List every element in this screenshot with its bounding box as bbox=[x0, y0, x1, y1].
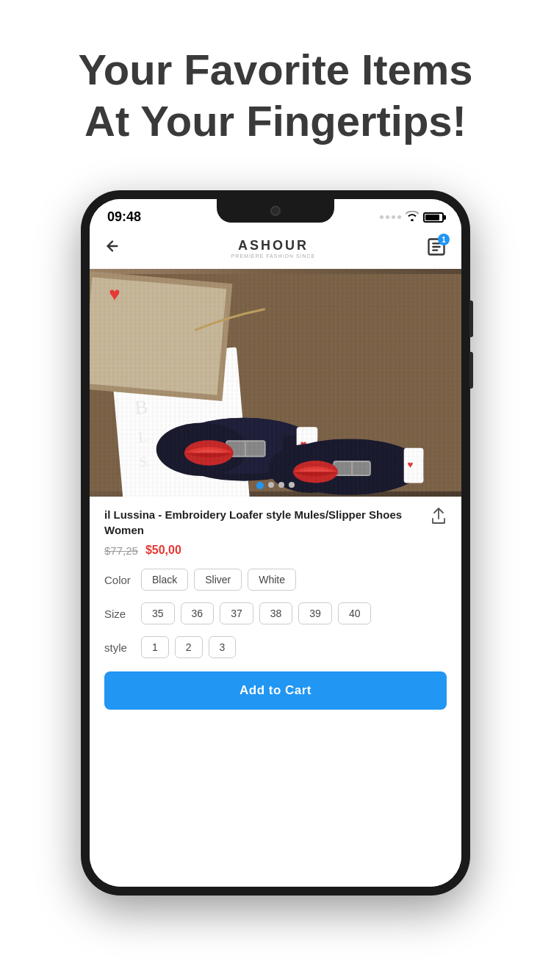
price-row: $77,25 $50,00 bbox=[104, 544, 447, 557]
cart-button[interactable]: 1 bbox=[426, 237, 447, 260]
color-chip-black[interactable]: Black bbox=[141, 569, 188, 591]
cart-badge: 1 bbox=[438, 234, 450, 245]
image-dot-3[interactable] bbox=[278, 482, 284, 488]
product-title: il Lussina - Embroidery Loafer style Mul… bbox=[104, 507, 431, 538]
size-label: Size bbox=[104, 608, 134, 620]
style-chip-3[interactable]: 3 bbox=[209, 636, 237, 658]
image-dots bbox=[256, 482, 295, 489]
color-chip-white[interactable]: White bbox=[248, 569, 296, 591]
style-label: style bbox=[104, 641, 134, 654]
size-chip-35[interactable]: 35 bbox=[141, 602, 175, 624]
product-image: B L S bbox=[90, 269, 461, 497]
status-time: 09:48 bbox=[107, 209, 141, 225]
battery-icon bbox=[423, 212, 444, 223]
app-header: ASHOUR PREMIÈRE FASHION SINCE 1 bbox=[90, 231, 461, 269]
style-option-row: style 1 2 3 bbox=[104, 636, 447, 658]
wishlist-button[interactable]: ♥ bbox=[101, 281, 128, 307]
add-to-cart-button[interactable]: Add to Cart bbox=[104, 671, 447, 710]
style-chip-2[interactable]: 2 bbox=[175, 636, 203, 658]
color-label: Color bbox=[104, 574, 134, 586]
size-chip-40[interactable]: 40 bbox=[338, 602, 372, 624]
size-chip-37[interactable]: 37 bbox=[220, 602, 253, 624]
size-chip-39[interactable]: 39 bbox=[298, 602, 332, 624]
hero-section: Your Favorite Items At Your Fingertips! bbox=[0, 0, 551, 176]
product-info: il Lussina - Embroidery Loafer style Mul… bbox=[90, 497, 461, 887]
brand-logo: ASHOUR PREMIÈRE FASHION SINCE bbox=[231, 238, 316, 259]
phone-mockup: 09:48 bbox=[0, 176, 551, 896]
size-chips: 35 36 37 38 39 40 bbox=[141, 602, 371, 624]
volume-up-button bbox=[469, 300, 473, 337]
phone-notch bbox=[217, 199, 334, 223]
share-button[interactable] bbox=[431, 507, 447, 529]
color-chip-sliver[interactable]: Sliver bbox=[194, 569, 242, 591]
size-chip-36[interactable]: 36 bbox=[181, 602, 215, 624]
hero-title: Your Favorite Items At Your Fingertips! bbox=[29, 44, 522, 146]
signal-icon bbox=[380, 215, 401, 219]
phone-screen: 09:48 bbox=[90, 199, 461, 887]
style-chips: 1 2 3 bbox=[141, 636, 236, 658]
style-chip-1[interactable]: 1 bbox=[141, 636, 169, 658]
phone-camera bbox=[270, 206, 281, 216]
product-title-row: il Lussina - Embroidery Loafer style Mul… bbox=[104, 507, 447, 538]
image-dot-4[interactable] bbox=[289, 482, 295, 488]
image-dot-2[interactable] bbox=[268, 482, 274, 488]
sale-price: $50,00 bbox=[145, 544, 181, 557]
size-option-row: Size 35 36 37 38 39 40 bbox=[104, 602, 447, 624]
size-chip-38[interactable]: 38 bbox=[259, 602, 293, 624]
image-dot-1[interactable] bbox=[256, 482, 264, 489]
original-price: $77,25 bbox=[104, 544, 138, 557]
color-option-row: Color Black Sliver White bbox=[104, 569, 447, 591]
volume-down-button bbox=[469, 352, 473, 389]
wifi-icon bbox=[406, 211, 419, 223]
status-icons bbox=[380, 211, 444, 223]
phone-frame: 09:48 bbox=[81, 190, 470, 896]
back-button[interactable] bbox=[104, 238, 120, 259]
color-chips: Black Sliver White bbox=[141, 569, 296, 591]
